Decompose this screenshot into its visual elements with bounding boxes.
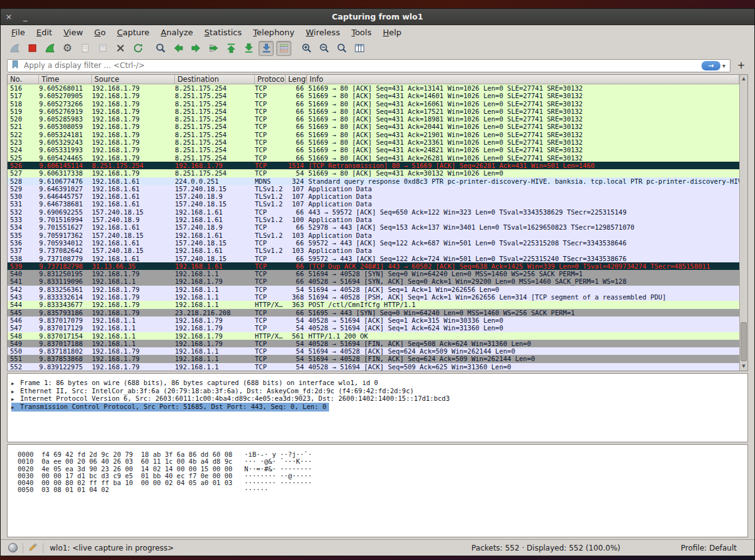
packet-row-516[interactable]: 5169.605268011192.168.1.798.251.175.254T… — [8, 84, 739, 92]
scroll-down-icon[interactable]: ▼ — [740, 362, 747, 371]
menu-help[interactable]: Help — [377, 26, 407, 38]
go-to-packet-icon[interactable] — [206, 41, 221, 56]
profile-label[interactable]: Profile: Default — [681, 544, 747, 552]
packet-row-520[interactable]: 5209.605285983192.168.1.798.251.175.254T… — [8, 115, 739, 123]
packet-row-523[interactable]: 5239.605329243192.168.1.798.251.175.254T… — [8, 138, 739, 146]
restart-capture-icon[interactable] — [42, 41, 57, 56]
close-capture-file-icon[interactable] — [113, 41, 128, 56]
column-header-destination[interactable]: Destination — [175, 75, 255, 84]
title-bar[interactable]: × _ Capturing from wlo1 — [1, 9, 754, 25]
packet-row-540[interactable]: 5409.831250195192.168.1.79192.168.1.1TCP… — [8, 270, 739, 277]
packet-row-552[interactable]: 5529.839122975192.168.1.79192.168.1.1TCP… — [8, 363, 739, 371]
packet-row-524[interactable]: 5249.605331993192.168.1.798.251.175.254T… — [8, 146, 739, 154]
packet-row-535[interactable]: 5359.705917362157.240.18.15192.168.1.61T… — [8, 232, 739, 239]
menu-view[interactable]: View — [58, 26, 89, 38]
status-bar: wlo1: <live capture in progress> Packets… — [1, 539, 754, 556]
stop-capture-icon[interactable] — [25, 41, 40, 56]
colorize-icon[interactable] — [276, 41, 291, 56]
packet-row-534[interactable]: 5349.701551627192.168.1.61157.240.18.9TC… — [8, 223, 739, 231]
zoom-reset-icon[interactable] — [334, 41, 349, 56]
resize-columns-icon[interactable] — [352, 41, 367, 56]
column-header-source[interactable]: Source — [92, 75, 175, 84]
packet-row-519[interactable]: 5199.605276919192.168.1.798.251.175.254T… — [8, 108, 739, 115]
packet-row-551[interactable]: 5519.837853868192.168.1.79192.168.1.1TCP… — [8, 355, 739, 362]
hex-row[interactable]: 0050 03 08 01 01 04 02 ······ — [18, 486, 747, 493]
packet-row-532[interactable]: 5329.690692255157.240.18.15192.168.1.61T… — [8, 208, 739, 216]
menu-analyze[interactable]: Analyze — [155, 26, 199, 38]
packet-row-546[interactable]: 5469.837017079192.168.1.1192.168.1.79TCP… — [8, 316, 739, 324]
packet-row-539[interactable]: 5399.73718279831.13.66.35192.168.1.61TCP… — [8, 262, 739, 270]
capture-options-icon[interactable]: ⚙ — [60, 41, 75, 56]
filter-apply-icon[interactable]: → — [702, 61, 720, 70]
open-capture-file-icon[interactable] — [77, 41, 92, 56]
menu-file[interactable]: File — [6, 26, 31, 38]
go-forward-icon[interactable] — [188, 41, 203, 56]
packet-row-530[interactable]: 5309.646445757192.168.1.61157.240.18.9TL… — [8, 193, 739, 200]
reload-icon[interactable] — [130, 41, 145, 56]
go-first-packet-icon[interactable] — [223, 41, 238, 56]
packet-row-543[interactable]: 5439.833332614192.168.1.79192.168.1.1TCP… — [8, 293, 739, 301]
window-title: Capturing from wlo1 — [1, 12, 754, 21]
packet-row-517[interactable]: 5179.605270905192.168.1.798.251.175.254T… — [8, 92, 739, 99]
packet-list-scrollbar[interactable]: ▲ ▼ — [739, 75, 747, 371]
packet-row-521[interactable]: 5219.605308059192.168.1.798.251.175.254T… — [8, 123, 739, 130]
display-filter-input[interactable] — [21, 61, 702, 70]
menu-tools[interactable]: Tools — [345, 26, 377, 38]
auto-scroll-icon[interactable] — [259, 41, 274, 56]
expert-info-icon[interactable] — [8, 543, 18, 552]
find-packet-icon[interactable] — [153, 41, 168, 56]
packet-row-528[interactable]: 5289.610677476192.168.1.61224.0.0.251MDN… — [8, 177, 739, 185]
packet-row-550[interactable]: 5509.837181802192.168.1.79192.168.1.1TCP… — [8, 347, 739, 355]
packet-row-545[interactable]: 5459.835793186192.168.1.7923.218.216.208… — [8, 309, 739, 316]
menu-go[interactable]: Go — [89, 26, 111, 38]
packet-row-549[interactable]: 5499.837017188192.168.1.1192.168.1.79TCP… — [8, 340, 739, 347]
filter-bookmark-icon[interactable] — [10, 59, 21, 72]
packet-row-536[interactable]: 5369.705934012192.168.1.61157.240.18.15T… — [8, 239, 739, 247]
packet-row-522[interactable]: 5229.605324181192.168.1.798.251.175.254T… — [8, 131, 739, 138]
packet-row-525[interactable]: 5259.605424465192.168.1.798.251.175.254T… — [8, 154, 739, 162]
column-header-time[interactable]: Time — [39, 75, 92, 84]
menu-statistics[interactable]: Statistics — [199, 26, 247, 38]
packet-row-527[interactable]: 5279.606317338192.168.1.798.251.175.254T… — [8, 169, 739, 177]
start-capture-icon[interactable] — [7, 41, 22, 56]
packet-row-531[interactable]: 5319.646738681192.168.1.61157.240.18.15T… — [8, 200, 739, 208]
scrollbar-thumb[interactable] — [741, 322, 747, 361]
detail-row[interactable]: ▶Ethernet II, Src: IntelCor_ab:3f:6a (20… — [11, 384, 747, 392]
packet-row-542[interactable]: 5429.833256361192.168.1.79192.168.1.1TCP… — [8, 286, 739, 293]
packet-row-544[interactable]: 5449.833343677192.168.1.79192.168.1.1HTT… — [8, 301, 739, 308]
column-header-length[interactable]: Length — [286, 75, 307, 84]
menu-telephony[interactable]: Telephony — [247, 26, 300, 38]
packet-row-547[interactable]: 5479.837017129192.168.1.1192.168.1.79TCP… — [8, 324, 739, 332]
packet-row-529[interactable]: 5299.646391027192.168.1.61157.240.18.15T… — [8, 185, 739, 193]
separator — [43, 543, 43, 553]
go-back-icon[interactable] — [171, 41, 186, 56]
go-last-packet-icon[interactable] — [241, 41, 256, 56]
packet-row-541[interactable]: 5419.833119096192.168.1.1192.168.1.79TCP… — [8, 277, 739, 285]
packet-bytes-pane: 0000 f4 69 42 fd 2d 9c 20 79 18 ab 3f 6a… — [7, 444, 748, 537]
zoom-out-icon[interactable] — [316, 41, 332, 56]
packet-row-526[interactable]: 5269.6061451148.251.175.254192.168.1.79T… — [8, 162, 739, 169]
column-header-info[interactable]: Info — [307, 75, 739, 84]
menu-wireless[interactable]: Wireless — [300, 26, 345, 38]
packet-row-538[interactable]: 5389.737108779192.168.1.61157.240.18.15T… — [8, 255, 739, 262]
packet-row-533[interactable]: 5339.701516994157.240.18.9192.168.1.61TL… — [8, 216, 739, 223]
hex-row[interactable]: 0010 0a ee 00 20 06 40 26 03 60 11 1c 00… — [18, 458, 747, 465]
zoom-in-icon[interactable] — [299, 41, 314, 56]
save-capture-file-icon[interactable] — [95, 41, 110, 56]
packet-row-537[interactable]: 5379.737082642157.240.18.15192.168.1.61T… — [8, 247, 739, 254]
display-filter-box[interactable]: → ▾ — [7, 59, 730, 72]
column-header-protocol[interactable]: Protocol — [255, 75, 286, 84]
capture-comment-icon[interactable] — [28, 542, 38, 554]
expander-icon[interactable]: ▶ — [11, 404, 20, 412]
packet-row-518[interactable]: 5189.605273266192.168.1.798.251.175.254T… — [8, 100, 739, 108]
filter-add-button[interactable]: + — [734, 59, 748, 72]
column-header-no[interactable]: No. — [8, 75, 39, 84]
detail-row[interactable]: ▶Internet Protocol Version 6, Src: 2603:… — [11, 391, 747, 400]
menu-capture[interactable]: Capture — [111, 26, 155, 38]
filter-bar: → ▾ + — [1, 57, 754, 74]
detail-row[interactable]: ▶Frame 1: 86 bytes on wire (688 bits), 8… — [11, 376, 747, 384]
packet-row-548[interactable]: 5489.837017154192.168.1.1192.168.1.79HTT… — [8, 332, 739, 340]
scroll-up-icon[interactable]: ▲ — [740, 75, 747, 83]
filter-dropdown-icon[interactable]: ▾ — [720, 62, 727, 69]
menu-edit[interactable]: Edit — [31, 26, 58, 38]
